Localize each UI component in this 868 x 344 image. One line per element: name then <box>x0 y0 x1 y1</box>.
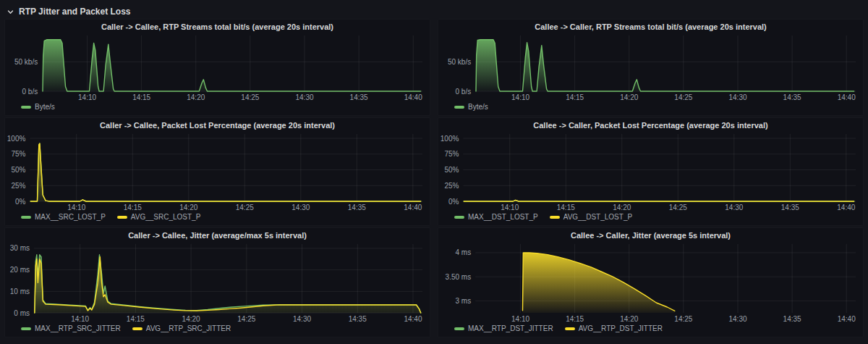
svg-text:100%: 100% <box>7 135 26 143</box>
svg-text:50 kb/s: 50 kb/s <box>448 58 471 66</box>
svg-text:25%: 25% <box>11 182 25 190</box>
chart-plot-area[interactable]: 0%25%50%75%100%14:1014:1514:2014:2514:30… <box>5 130 430 212</box>
series-swatch-icon <box>21 106 31 109</box>
svg-text:0%: 0% <box>448 198 459 206</box>
svg-text:14:35: 14:35 <box>783 93 801 101</box>
svg-text:14:25: 14:25 <box>674 315 692 323</box>
panel-caller-callee-bitrate: Caller -> Callee, RTP Streams total bit/… <box>4 19 430 116</box>
legend-item-max-src-jitter[interactable]: MAX__RTP_SRC_JITTER <box>21 324 121 333</box>
svg-text:14:20: 14:20 <box>179 204 197 211</box>
panel-callee-caller-jitter: Callee -> Caller, Jitter (average 5s int… <box>438 227 864 337</box>
legend-label: AVG__RTP_SRC_JITTER <box>146 324 231 333</box>
svg-text:50%: 50% <box>444 166 459 174</box>
svg-text:75%: 75% <box>444 150 459 158</box>
packet-loss-chart-callee-caller[interactable]: 0%25%50%75%100%14:1014:1514:2014:2514:30… <box>438 130 863 212</box>
legend-item-bytes[interactable]: Byte/s <box>21 103 55 112</box>
svg-text:14:15: 14:15 <box>127 315 145 323</box>
legend-item-avg-src-jitter[interactable]: AVG__RTP_SRC_JITTER <box>132 324 231 333</box>
series-swatch-icon <box>565 327 575 330</box>
jitter-chart-callee-caller[interactable]: 3 ms3.50 ms4 ms14:1014:1514:2014:2514:30… <box>438 240 863 324</box>
series-swatch-icon <box>21 216 31 219</box>
svg-text:14:10: 14:10 <box>78 93 96 101</box>
packet-loss-chart-caller-callee[interactable]: 0%25%50%75%100%14:1014:1514:2014:2514:30… <box>5 130 430 212</box>
svg-text:14:10: 14:10 <box>67 204 85 211</box>
panel-title[interactable]: Caller -> Callee, Jitter (average/max 5s… <box>9 231 425 240</box>
panel-title[interactable]: Callee -> Caller, Jitter (average 5s int… <box>443 231 859 240</box>
dashboard-row-header[interactable]: RTP Jitter and Packet Loss <box>0 0 868 19</box>
svg-text:14:35: 14:35 <box>350 93 368 101</box>
svg-text:14:30: 14:30 <box>725 204 743 211</box>
chart-plot-area[interactable]: 0 b/s50 kb/s14:1014:1514:2014:2514:3014:… <box>438 32 863 102</box>
legend-item-avg-dst-jitter[interactable]: AVG__RTP_DST_JITTER <box>565 324 663 333</box>
legend-label: MAX__SRC_LOST_P <box>35 213 106 222</box>
svg-text:14:10: 14:10 <box>511 315 529 323</box>
svg-text:14:15: 14:15 <box>566 315 584 323</box>
legend-item-max-dst-jitter[interactable]: MAX__RTP_DST_JITTER <box>454 324 553 333</box>
chart-legend: Byte/s <box>5 102 430 115</box>
chart-plot-area[interactable]: 3 ms3.50 ms4 ms14:1014:1514:2014:2514:30… <box>438 240 863 324</box>
legend-item-avg-src-lost[interactable]: AVG__SRC_LOST_P <box>117 213 201 222</box>
svg-text:14:25: 14:25 <box>669 204 687 211</box>
svg-text:14:35: 14:35 <box>349 315 367 323</box>
svg-text:14:40: 14:40 <box>837 204 855 211</box>
row-title: RTP Jitter and Packet Loss <box>19 7 131 17</box>
svg-text:14:25: 14:25 <box>674 93 692 101</box>
svg-text:14:20: 14:20 <box>613 204 631 211</box>
panel-caller-callee-packet-loss: Caller -> Callee, Packet Lost Percentage… <box>4 117 430 226</box>
svg-text:14:35: 14:35 <box>781 204 799 211</box>
chart-legend: MAX__RTP_DST_JITTER AVG__RTP_DST_JITTER <box>438 324 863 337</box>
chart-plot-area[interactable]: 0 ms10 ms20 ms30 ms14:1014:1514:2014:251… <box>5 240 430 324</box>
svg-text:14:40: 14:40 <box>404 93 422 101</box>
svg-text:14:25: 14:25 <box>236 204 254 211</box>
series-swatch-icon <box>132 327 142 330</box>
legend-label: MAX__RTP_DST_JITTER <box>468 324 553 333</box>
jitter-chart-caller-callee[interactable]: 0 ms10 ms20 ms30 ms14:1014:1514:2014:251… <box>5 240 430 324</box>
legend-label: Byte/s <box>468 103 488 112</box>
bitrate-chart-callee-caller[interactable]: 0 b/s50 kb/s14:1014:1514:2014:2514:3014:… <box>438 32 863 102</box>
svg-text:14:15: 14:15 <box>124 204 142 211</box>
svg-text:14:15: 14:15 <box>557 204 575 211</box>
legend-label: MAX__RTP_SRC_JITTER <box>35 324 121 333</box>
chevron-down-icon <box>7 9 14 15</box>
chart-plot-area[interactable]: 0 b/s50 kb/s14:1014:1514:2014:2514:3014:… <box>5 32 430 102</box>
chart-legend: MAX__SRC_LOST_P AVG__SRC_LOST_P <box>5 212 430 225</box>
legend-label: AVG__SRC_LOST_P <box>131 213 201 222</box>
svg-text:50 kb/s: 50 kb/s <box>14 58 38 66</box>
svg-text:14:40: 14:40 <box>404 204 422 211</box>
chart-plot-area[interactable]: 0%25%50%75%100%14:1014:1514:2014:2514:30… <box>438 130 863 212</box>
svg-text:14:30: 14:30 <box>728 315 746 323</box>
legend-item-max-src-lost[interactable]: MAX__SRC_LOST_P <box>21 213 106 222</box>
svg-text:14:40: 14:40 <box>838 315 856 323</box>
legend-label: AVG__DST_LOST_P <box>563 213 632 222</box>
series-swatch-icon <box>117 216 127 219</box>
bitrate-chart-caller-callee[interactable]: 0 b/s50 kb/s14:1014:1514:2014:2514:3014:… <box>5 32 430 102</box>
svg-text:14:25: 14:25 <box>241 93 259 101</box>
svg-text:0%: 0% <box>15 198 26 206</box>
panel-title[interactable]: Callee -> Caller, RTP Streams total bit/… <box>443 22 859 31</box>
svg-text:14:35: 14:35 <box>783 315 801 323</box>
svg-text:14:10: 14:10 <box>71 315 89 323</box>
series-swatch-icon <box>454 216 464 219</box>
legend-label: Byte/s <box>35 103 55 112</box>
panel-caller-callee-jitter: Caller -> Callee, Jitter (average/max 5s… <box>4 227 430 337</box>
svg-text:14:25: 14:25 <box>237 315 255 323</box>
chart-legend: MAX__RTP_SRC_JITTER AVG__RTP_SRC_JITTER <box>5 324 430 337</box>
svg-text:14:30: 14:30 <box>292 204 310 211</box>
legend-item-avg-dst-lost[interactable]: AVG__DST_LOST_P <box>550 213 632 222</box>
chart-legend: Byte/s <box>438 102 863 115</box>
svg-text:14:10: 14:10 <box>501 204 519 211</box>
panel-title[interactable]: Caller -> Callee, RTP Streams total bit/… <box>9 22 425 31</box>
panel-title[interactable]: Callee -> Caller, Packet Lost Percentage… <box>443 121 859 130</box>
svg-text:14:20: 14:20 <box>620 315 638 323</box>
legend-item-max-dst-lost[interactable]: MAX__DST_LOST_P <box>454 213 538 222</box>
svg-text:14:20: 14:20 <box>187 93 205 101</box>
series-swatch-icon <box>454 327 464 330</box>
svg-text:20 ms: 20 ms <box>10 266 30 274</box>
legend-item-bytes[interactable]: Byte/s <box>454 103 488 112</box>
svg-text:14:30: 14:30 <box>293 315 311 323</box>
svg-text:25%: 25% <box>444 182 459 190</box>
svg-text:30 ms: 30 ms <box>10 244 30 252</box>
svg-text:3 ms: 3 ms <box>456 297 472 305</box>
panel-callee-caller-packet-loss: Callee -> Caller, Packet Lost Percentage… <box>438 117 864 226</box>
panel-title[interactable]: Caller -> Callee, Packet Lost Percentage… <box>9 121 425 130</box>
